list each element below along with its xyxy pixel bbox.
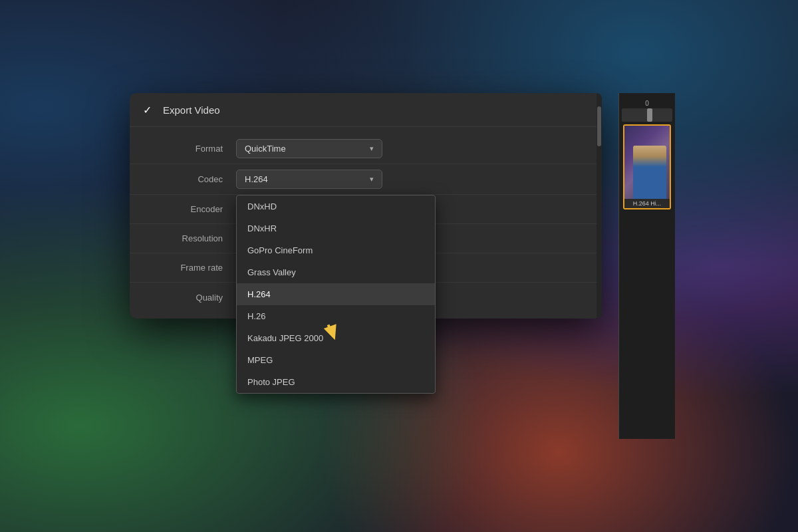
format-label: Format <box>143 144 223 154</box>
encoder-label: Encoder <box>143 204 223 214</box>
format-value: QuickTime <box>245 144 286 154</box>
resolution-label: Resolution <box>143 233 223 243</box>
dropdown-item-dnxhr[interactable]: DNxHR <box>237 217 435 239</box>
dropdown-item-h264[interactable]: H.264 <box>237 283 435 305</box>
format-row: Format QuickTime ▾ <box>130 134 602 164</box>
codec-select[interactable]: H.264 ▾ <box>236 170 382 189</box>
thumbnail-person <box>633 146 666 199</box>
timeline-area: 0 H.264 Hi... <box>619 93 675 217</box>
codec-row: Codec H.264 ▾ DNxHD DNxHR GoPro CineForm… <box>130 164 602 195</box>
codec-chevron-icon: ▾ <box>370 175 374 184</box>
codec-label: Codec <box>143 174 223 184</box>
dropdown-item-mpeg[interactable]: MPEG <box>237 349 435 371</box>
clip-thumbnail <box>624 126 671 199</box>
scrollbar-thumb <box>597 106 601 146</box>
timeline-track <box>622 108 672 122</box>
codec-dropdown-menu: DNxHD DNxHR GoPro CineForm Grass Valley … <box>236 195 436 394</box>
dropdown-item-gopro[interactable]: GoPro CineForm <box>237 239 435 261</box>
codec-value: H.264 <box>245 174 268 184</box>
dropdown-item-h265[interactable]: H.26 <box>237 305 435 327</box>
dialog-body: Format QuickTime ▾ Codec H.264 ▾ DNxHD D… <box>130 127 602 319</box>
codec-control: H.264 ▾ DNxHD DNxHR GoPro CineForm Grass… <box>236 170 589 189</box>
export-video-checkbox[interactable]: ✓ <box>143 104 155 116</box>
frame-rate-label: Frame rate <box>143 263 223 273</box>
format-control: QuickTime ▾ <box>236 139 589 158</box>
right-panel: 0 H.264 Hi... <box>618 93 675 439</box>
format-select[interactable]: QuickTime ▾ <box>236 139 382 158</box>
format-chevron-icon: ▾ <box>370 144 374 153</box>
dropdown-item-photo-jpeg[interactable]: Photo JPEG <box>237 371 435 393</box>
dialog-title: Export Video <box>163 104 220 116</box>
dropdown-item-dnxhd[interactable]: DNxHD <box>237 196 435 217</box>
dropdown-item-kakadu[interactable]: Kakadu JPEG 2000 <box>237 327 435 349</box>
export-video-dialog: ✓ Export Video Format QuickTime ▾ Codec … <box>130 93 602 319</box>
clip-label: H.264 Hi... <box>624 199 670 208</box>
dialog-header: ✓ Export Video <box>130 93 602 127</box>
track-handle[interactable] <box>647 108 652 122</box>
quality-label: Quality <box>143 293 223 303</box>
clip-thumbnail-container[interactable]: H.264 Hi... <box>623 124 671 209</box>
dropdown-item-grass-valley[interactable]: Grass Valley <box>237 261 435 283</box>
dialog-scrollbar[interactable] <box>597 93 602 319</box>
timecode-display: 0 <box>622 98 672 108</box>
